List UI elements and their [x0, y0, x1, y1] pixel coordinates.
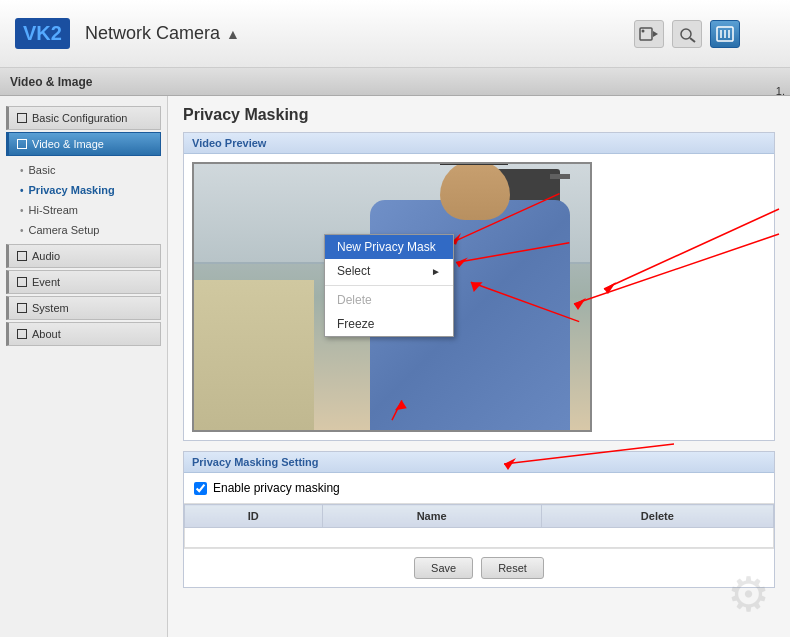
col-id: ID [185, 505, 323, 528]
sidebar-section-basic-config: Basic Configuration [0, 106, 167, 130]
submenu-arrow-icon: ► [431, 266, 441, 277]
section-expand-icon [17, 139, 27, 149]
sub-header-label: Video & Image [10, 75, 92, 89]
video-container: New Privacy Mask Select ► Delete Freeze [184, 154, 774, 440]
new-mask-label: New Privacy Mask [337, 240, 436, 254]
svg-marker-1 [653, 31, 658, 37]
privacy-mask-table: ID Name Delete [184, 504, 774, 548]
event-collapse-icon [17, 277, 27, 287]
sidebar-about-header[interactable]: About [6, 322, 161, 346]
settings-header-icon[interactable] [710, 20, 740, 48]
sidebar-item-hi-stream[interactable]: Hi-Stream [0, 200, 167, 220]
content-area: Privacy Masking Video Preview [168, 96, 790, 637]
person-hair [440, 162, 508, 165]
person-head [440, 162, 510, 220]
video-frame[interactable]: New Privacy Mask Select ► Delete Freeze [192, 162, 592, 432]
logo-num: 2 [51, 22, 62, 44]
main-layout: Basic Configuration Video & Image Basic … [0, 96, 790, 637]
sidebar-privacy-masking-label: Privacy Masking [29, 184, 115, 196]
col-name: Name [322, 505, 541, 528]
sidebar-video-image-header[interactable]: Video & Image [6, 132, 161, 156]
context-menu-delete: Delete [325, 288, 453, 312]
header: VK2 Network Camera ▲ [0, 0, 790, 68]
scene-floor-left [194, 280, 314, 430]
table-body [185, 528, 774, 548]
delete-label: Delete [337, 293, 372, 307]
sidebar-camera-setup-label: Camera Setup [29, 224, 100, 236]
svg-marker-18 [604, 282, 616, 294]
enable-masking-label: Enable privacy masking [213, 481, 340, 495]
sidebar: Basic Configuration Video & Image Basic … [0, 96, 168, 637]
equipment-detail [550, 174, 570, 179]
page-title: Privacy Masking [183, 106, 775, 124]
sidebar-event-label: Event [32, 276, 60, 288]
app-title: Network Camera [85, 23, 220, 44]
sidebar-section-system: System [0, 296, 167, 320]
video-preview-section: Video Preview [183, 132, 775, 441]
table-container: ID Name Delete [184, 503, 774, 548]
sidebar-section-video-image: Video & Image Basic Privacy Masking Hi-S… [0, 132, 167, 242]
sidebar-section-audio: Audio [0, 244, 167, 268]
context-menu-new-mask[interactable]: New Privacy Mask [325, 235, 453, 259]
context-menu-separator [325, 285, 453, 286]
audio-collapse-icon [17, 251, 27, 261]
sidebar-basic-label: Basic [29, 164, 56, 176]
context-menu: New Privacy Mask Select ► Delete Freeze [324, 234, 454, 337]
header-icons [634, 20, 740, 48]
sidebar-event-header[interactable]: Event [6, 270, 161, 294]
sidebar-basic-config-header[interactable]: Basic Configuration [6, 106, 161, 130]
sidebar-audio-label: Audio [32, 250, 60, 262]
select-label: Select [337, 264, 370, 278]
svg-line-17 [604, 209, 779, 289]
svg-line-19 [574, 234, 779, 304]
enable-privacy-masking-checkbox[interactable] [194, 482, 207, 495]
sidebar-system-header[interactable]: System [6, 296, 161, 320]
sidebar-video-image-items: Basic Privacy Masking Hi-Stream Camera S… [0, 158, 167, 242]
system-collapse-icon [17, 303, 27, 313]
col-delete: Delete [541, 505, 773, 528]
privacy-masking-settings: Privacy Masking Setting Enable privacy m… [183, 451, 775, 588]
svg-point-3 [681, 29, 691, 39]
logo[interactable]: VK2 [15, 18, 70, 49]
sidebar-audio-header[interactable]: Audio [6, 244, 161, 268]
empty-row-cell [185, 528, 774, 548]
reset-button[interactable]: Reset [481, 557, 544, 579]
svg-point-2 [642, 29, 645, 32]
button-row: Save Reset [184, 548, 774, 587]
about-collapse-icon [17, 329, 27, 339]
freeze-label: Freeze [337, 317, 374, 331]
video-header-icon[interactable] [634, 20, 664, 48]
watermark-icon: ⚙ [727, 566, 770, 622]
search-header-icon[interactable] [672, 20, 702, 48]
sidebar-basic-config-label: Basic Configuration [32, 112, 127, 124]
sidebar-video-image-label: Video & Image [32, 138, 104, 150]
sidebar-item-camera-setup[interactable]: Camera Setup [0, 220, 167, 240]
section-collapse-icon [17, 113, 27, 123]
sidebar-hi-stream-label: Hi-Stream [29, 204, 79, 216]
svg-line-4 [690, 38, 695, 42]
table-header-row: ID Name Delete [185, 505, 774, 528]
enable-masking-row: Enable privacy masking [184, 473, 774, 503]
sidebar-section-about: About [0, 322, 167, 346]
sidebar-system-label: System [32, 302, 69, 314]
context-menu-freeze[interactable]: Freeze [325, 312, 453, 336]
context-menu-select[interactable]: Select ► [325, 259, 453, 283]
save-button[interactable]: Save [414, 557, 473, 579]
header-arrow: ▲ [226, 26, 240, 42]
table-empty-row [185, 528, 774, 548]
settings-header: Privacy Masking Setting [184, 452, 774, 473]
sidebar-about-label: About [32, 328, 61, 340]
sidebar-section-event: Event [0, 270, 167, 294]
svg-rect-0 [640, 28, 652, 40]
logo-text: VK [23, 22, 51, 44]
sub-header: Video & Image [0, 68, 790, 96]
sidebar-item-basic[interactable]: Basic [0, 160, 167, 180]
sidebar-item-privacy-masking[interactable]: Privacy Masking [0, 180, 167, 200]
video-preview-header: Video Preview [184, 133, 774, 154]
